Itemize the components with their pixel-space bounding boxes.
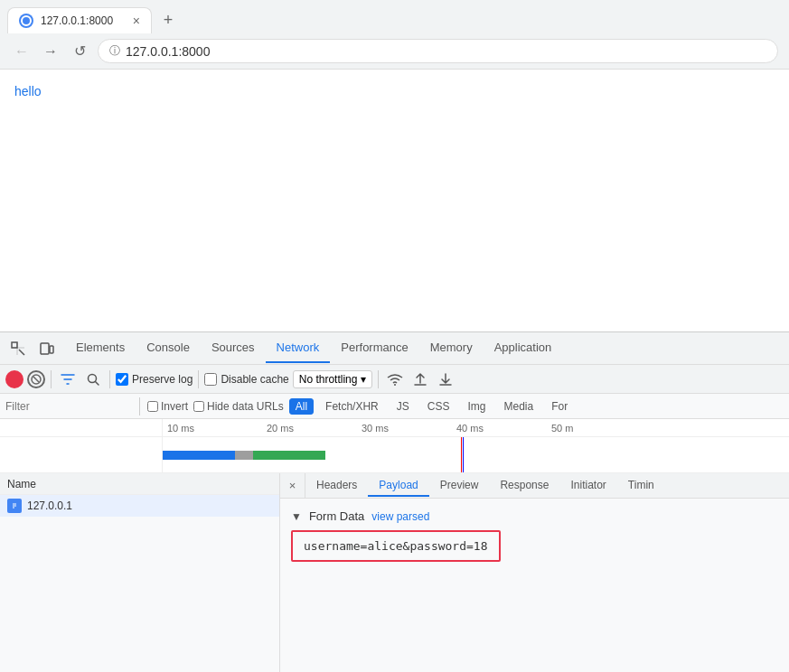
svg-line-4 — [33, 377, 39, 382]
device-toolbar-icon[interactable] — [36, 338, 58, 359]
form-data-title: Form Data — [309, 509, 364, 523]
upload-icon[interactable] — [409, 369, 431, 390]
refresh-button[interactable]: ↺ — [69, 41, 90, 62]
page-content: hello — [0, 70, 789, 331]
forward-button[interactable]: → — [40, 41, 61, 62]
disable-cache-checkbox[interactable]: Disable cache — [204, 373, 288, 386]
tab-close-button[interactable]: × — [133, 14, 140, 28]
tab-title: 127.0.0.1:8000 — [41, 14, 126, 27]
view-parsed-link[interactable]: view parsed — [371, 510, 429, 523]
requests-panel: Name 127.0.0.1 — [0, 473, 280, 672]
new-tab-button[interactable]: + — [155, 8, 181, 33]
address-bar: ← → ↺ ⓘ 127.0.0.1:8000 — [0, 33, 789, 69]
details-tab-response[interactable]: Response — [489, 475, 559, 497]
address-input[interactable]: ⓘ 127.0.0.1:8000 — [98, 39, 778, 63]
toolbar-divider — [51, 370, 52, 388]
svg-rect-2 — [50, 346, 53, 353]
search-icon[interactable] — [82, 369, 104, 390]
svg-rect-0 — [12, 342, 17, 348]
filter-btn-img[interactable]: Img — [461, 398, 492, 415]
hide-data-urls-input[interactable] — [193, 401, 204, 412]
filter-icon[interactable] — [57, 369, 79, 390]
form-data-section: ▼ Form Data view parsed username=alice&p… — [280, 499, 789, 573]
tab-application[interactable]: Application — [484, 333, 563, 363]
browser-chrome: 127.0.0.1:8000 × + ← → ↺ ⓘ 127.0.0.1:800… — [0, 0, 789, 70]
timeline-marker-red — [461, 437, 462, 473]
details-close-button[interactable]: × — [280, 473, 305, 499]
tab-console[interactable]: Console — [136, 333, 201, 363]
invert-checkbox[interactable]: Invert — [147, 400, 188, 413]
filter-btn-css[interactable]: CSS — [421, 398, 456, 415]
browser-tab[interactable]: 127.0.0.1:8000 × — [7, 7, 152, 33]
filter-divider — [139, 397, 140, 415]
filter-btn-media[interactable]: Media — [497, 398, 540, 415]
tab-favicon — [19, 14, 33, 28]
filter-btn-all[interactable]: All — [289, 398, 314, 415]
tab-memory[interactable]: Memory — [419, 333, 484, 363]
form-data-value: username=alice&password=18 — [291, 530, 501, 562]
inspect-element-icon[interactable] — [7, 338, 29, 359]
tab-performance[interactable]: Performance — [330, 333, 418, 363]
timeline-bar-blue — [163, 451, 235, 460]
request-doc-icon — [7, 499, 22, 513]
timeline-header: 10 ms 20 ms 30 ms 40 ms 50 m — [0, 419, 789, 437]
hello-text: hello — [14, 84, 42, 98]
filter-input[interactable] — [5, 400, 132, 413]
details-tab-payload[interactable]: Payload — [368, 475, 428, 497]
timeline-bar-green — [253, 451, 325, 460]
requests-header: Name — [0, 473, 279, 495]
hide-data-urls-label: Hide data URLs — [207, 400, 284, 413]
invert-input[interactable] — [147, 401, 158, 412]
throttle-dropdown-icon: ▾ — [361, 373, 366, 386]
throttle-select[interactable]: No throttling ▾ — [293, 370, 373, 388]
disable-cache-input[interactable] — [204, 373, 217, 386]
filter-btn-fetch-xhr[interactable]: Fetch/XHR — [319, 398, 385, 415]
invert-label: Invert — [161, 400, 188, 413]
details-tab-timing[interactable]: Timin — [617, 475, 665, 497]
network-timeline: 10 ms 20 ms 30 ms 40 ms 50 m — [0, 419, 789, 473]
devtools-panel: Elements Console Sources Network Perform… — [0, 331, 789, 672]
svg-line-6 — [96, 381, 99, 385]
toolbar-divider-2 — [109, 370, 110, 388]
filter-btn-js[interactable]: JS — [390, 398, 416, 415]
details-tabs: × Headers Payload Preview Response Initi… — [280, 473, 789, 499]
request-name: 127.0.0.1 — [27, 499, 72, 512]
url-text: 127.0.0.1:8000 — [126, 44, 210, 59]
clear-button[interactable] — [27, 370, 45, 388]
tab-bar: 127.0.0.1:8000 × + — [0, 0, 789, 33]
tick-40ms: 40 ms — [456, 423, 484, 434]
wifi-icon[interactable] — [384, 369, 406, 390]
filter-btn-for[interactable]: For — [545, 398, 574, 415]
filter-bar: Invert Hide data URLs All Fetch/XHR JS C… — [0, 394, 789, 419]
tab-sources[interactable]: Sources — [201, 333, 266, 363]
network-main: Name 127.0.0.1 × Headers Payloa — [0, 473, 789, 672]
toolbar-divider-3 — [198, 370, 199, 388]
download-icon[interactable] — [435, 369, 456, 390]
preserve-log-input[interactable] — [116, 373, 128, 386]
timeline-bars — [0, 437, 789, 473]
toolbar-divider-4 — [378, 370, 379, 388]
details-tab-headers[interactable]: Headers — [305, 475, 368, 497]
tick-30ms: 30 ms — [362, 423, 389, 434]
form-data-header: ▼ Form Data view parsed — [291, 509, 778, 523]
disable-cache-label: Disable cache — [221, 373, 288, 386]
tick-50ms: 50 m — [551, 423, 573, 434]
preserve-log-checkbox[interactable]: Preserve log — [116, 373, 193, 386]
preserve-log-label: Preserve log — [132, 373, 193, 386]
timeline-header-left — [0, 419, 163, 436]
timeline-ticks: 10 ms 20 ms 30 ms 40 ms 50 m — [163, 419, 789, 436]
timeline-bar-gray — [235, 451, 253, 460]
record-button[interactable] — [5, 370, 23, 388]
hide-data-urls-checkbox[interactable]: Hide data URLs — [193, 400, 284, 413]
network-toolbar: Preserve log Disable cache No throttling… — [0, 365, 789, 394]
tab-network[interactable]: Network — [266, 333, 331, 363]
timeline-bars-left — [0, 437, 163, 473]
request-row[interactable]: 127.0.0.1 — [0, 495, 279, 517]
throttle-label: No throttling — [299, 373, 358, 386]
back-button[interactable]: ← — [11, 41, 33, 62]
details-tab-preview[interactable]: Preview — [429, 475, 490, 497]
tick-20ms: 20 ms — [267, 423, 294, 434]
tab-elements[interactable]: Elements — [65, 333, 136, 363]
details-tab-initiator[interactable]: Initiator — [559, 475, 616, 497]
triangle-icon: ▼ — [291, 510, 302, 523]
